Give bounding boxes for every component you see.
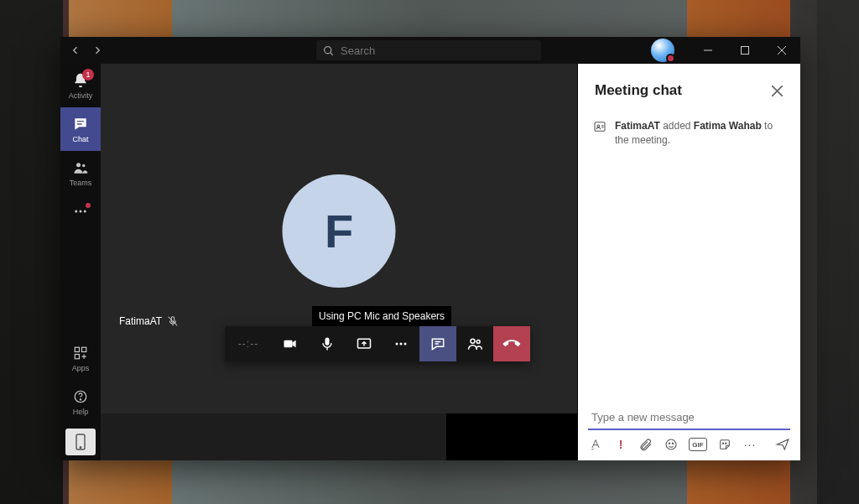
call-stage: F FatimaAT Using PC Mic and Speakers --:… [101,64,577,413]
share-icon [356,335,372,352]
participant-label: FatimaAT [119,315,179,327]
close-icon [772,86,783,96]
chat-header: Meeting chat [578,64,800,112]
svg-point-6 [84,210,86,213]
phone-icon [75,434,86,450]
sidebar-chat[interactable]: Chat [60,107,101,151]
activity-badge: 1 [82,69,94,81]
chat-compose-toolbar: ! GIF ··· [578,430,800,460]
emoji-button[interactable] [664,437,679,452]
share-screen-button[interactable] [346,326,383,361]
send-button[interactable] [775,437,790,452]
forward-button[interactable] [87,40,107,60]
svg-point-28 [722,443,723,444]
window-minimize-button[interactable] [690,37,726,64]
self-view-placeholder [446,413,577,460]
call-timer: --:-- [225,326,272,361]
chat-toggle-button[interactable] [419,326,456,361]
mic-muted-icon [167,315,179,327]
back-button[interactable] [65,40,86,60]
search-input[interactable] [341,44,534,57]
participant-name: FatimaAT [119,315,162,327]
attach-button[interactable] [638,437,653,452]
audio-device-tooltip: Using PC Mic and Speakers [312,306,451,326]
format-button[interactable] [588,437,603,452]
search-box[interactable] [316,40,541,60]
chat-input-area [578,405,800,430]
call-toolbar: --:-- [225,326,530,361]
sidebar-apps[interactable]: Apps [60,336,101,380]
svg-point-21 [471,339,475,343]
system-message-text: FatimaAT added Fatima Wahab to the meeti… [615,119,785,148]
svg-point-11 [80,399,81,400]
camera-toggle-button[interactable] [272,326,309,361]
svg-point-3 [82,164,85,167]
app-content: Activity 1 Chat Teams [60,64,800,460]
sidebar-help[interactable]: Help [60,380,101,423]
sidebar-label: Teams [70,179,92,187]
svg-point-19 [400,343,403,346]
participant-avatar: F [283,174,396,288]
window-maximize-button[interactable] [726,37,763,64]
sidebar-label: Apps [72,364,90,372]
svg-point-18 [396,343,398,346]
more-options-button[interactable]: ··· [742,437,757,452]
call-main: F FatimaAT Using PC Mic and Speakers --:… [101,64,577,460]
avatar-initial: F [325,204,353,258]
camera-icon [282,335,299,352]
svg-point-4 [75,210,77,213]
phone-icon [500,332,523,356]
svg-point-0 [325,46,331,53]
svg-point-27 [672,443,673,444]
sticker-button[interactable] [717,437,732,452]
account-avatar[interactable] [651,39,674,62]
svg-point-25 [666,439,676,449]
subject-name: Fatima Wahab [694,120,762,132]
sidebar-label: Chat [72,135,88,143]
gif-button[interactable]: GIF [689,438,707,451]
paperclip-icon [639,438,653,451]
window-controls [651,37,800,64]
svg-rect-9 [75,355,79,359]
mic-toggle-button[interactable] [309,326,346,361]
window-close-button[interactable] [763,37,800,64]
format-text-icon [589,438,602,451]
participants-button[interactable] [456,326,493,361]
sidebar-label: Help [73,408,89,416]
svg-point-13 [80,447,81,449]
user-added-icon [593,120,607,133]
svg-point-26 [669,443,669,444]
presence-busy-icon [666,54,675,63]
apps-icon [71,344,90,362]
actor-name: FatimaAT [615,120,660,132]
chat-messages: FatimaAT added Fatima Wahab to the meeti… [578,112,800,405]
svg-point-24 [597,125,600,127]
svg-rect-15 [284,340,293,347]
teams-window: Activity 1 Chat Teams [60,37,800,460]
close-chat-button[interactable] [770,84,784,97]
svg-point-2 [76,163,81,167]
sidebar-more[interactable] [60,195,101,228]
ellipsis-icon [393,335,409,352]
search-icon [323,45,334,56]
app-sidebar: Activity 1 Chat Teams [60,64,101,460]
call-bottom-strip [101,413,577,460]
help-icon [71,387,90,406]
more-actions-button[interactable] [383,326,419,361]
send-icon [775,437,790,452]
hang-up-button[interactable] [493,326,530,361]
sticker-icon [718,438,731,451]
emoji-icon [664,438,678,451]
notification-dot-icon [86,203,91,208]
sidebar-activity[interactable]: Activity 1 [60,64,101,107]
chat-message-input[interactable] [588,405,790,430]
priority-button[interactable]: ! [613,437,628,452]
svg-rect-8 [82,347,86,351]
svg-rect-7 [75,347,79,351]
sidebar-device-button[interactable] [65,429,96,455]
sidebar-teams[interactable]: Teams [60,151,101,195]
wallpaper-right [817,0,859,504]
svg-point-22 [476,340,480,344]
sidebar-label: Activity [69,91,93,100]
meeting-chat-panel: Meeting chat FatimaAT added Fatima Wahab… [577,64,800,460]
